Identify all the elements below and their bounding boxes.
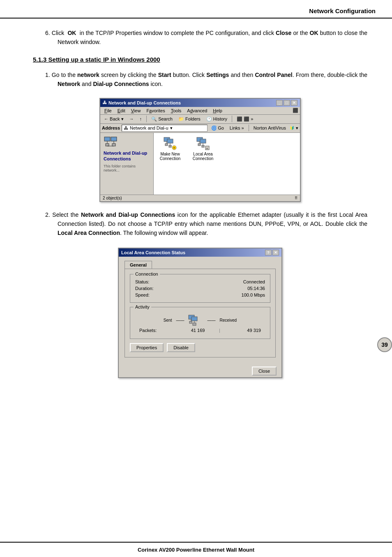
page-title: Network Configuration [309,7,376,14]
go-button[interactable]: 🌀 Go [209,125,226,132]
norton-icon: 🔰 [290,126,294,130]
address-text: Network and Dial-u [130,125,168,130]
dialog-title-bar: 🖧 Network and Dial-up Connections _ □ ✕ [100,99,300,107]
address-dropdown[interactable]: ▾ [170,125,173,131]
left-panel-desc: This folder contains network... [104,164,150,172]
object-count: 2 object(s) [103,196,122,200]
dialog-title-icon: 🖧 [103,100,107,105]
sent-label: Sent [164,318,172,323]
menu-bar: File Edit View Favorites Tools Advanced … [100,107,300,115]
duration-row: Duration: 05:14:36 [135,286,265,291]
toolbar-sep-1 [146,116,147,122]
svg-rect-1 [111,137,117,141]
close-button[interactable]: ✕ [291,100,297,106]
lac-help-button[interactable]: ? [265,250,272,255]
packets-row: Packets: 41 169 | 49 319 [135,328,265,333]
dialog-content: Network and Dial-up Connections This fol… [100,133,300,195]
step-6-text: 6. Click OK in the TCP/IP Properties win… [45,28,367,47]
page-number-tab: 39 [377,337,392,352]
lac-title-controls[interactable]: ? ✕ [265,250,279,255]
activity-group-title: Activity [134,304,151,309]
forward-button[interactable]: → [127,116,136,122]
make-new-connection-icon[interactable]: + Make NewConnection [158,137,182,161]
duration-value: 05:14:36 [247,286,265,291]
minimize-button[interactable]: _ [276,100,283,106]
packets-sep: | [219,328,220,333]
links-button[interactable]: Links » [228,125,246,131]
speed-row: Speed: 100.0 Mbps [135,292,265,297]
up-button[interactable]: ↑ [138,116,144,122]
lac-tab-content: Connection Status: Connected Duration: 0… [125,269,276,357]
menu-help[interactable]: Help [210,108,225,114]
resize-grip: ⠿ [295,196,297,200]
network-icon-svg [104,136,118,149]
page-footer: Corinex AV200 Powerline Ethernet Wall Mo… [0,542,392,557]
make-new-connection-label: Make NewConnection [160,152,181,161]
make-new-icon-svg: + [164,137,177,150]
norton-dropdown[interactable]: ▾ [296,125,298,131]
menu-edit[interactable]: Edit [115,108,128,114]
folders-button[interactable]: 📁 Folders [176,116,203,123]
speed-label: Speed: [135,292,150,297]
properties-button[interactable]: Properties [130,343,164,352]
svg-rect-16 [200,139,206,143]
history-button[interactable]: 🕐 History [204,116,229,123]
connection-group-title: Connection [134,272,160,276]
page-header: Network Configuration [0,0,392,19]
lac-close-row: Close [119,363,281,377]
toolbar-sep-2 [232,116,232,122]
left-panel-icons [104,136,118,149]
svg-rect-0 [104,137,110,141]
step-1-block: 1. Go to the network screen by clicking … [33,70,367,89]
search-button[interactable]: 🔍 Search [149,116,175,123]
toolbar-extra[interactable]: ⬛ ⬛ » [235,116,255,123]
lac-close-button[interactable]: Close [252,367,277,376]
menu-right-icon: ⬛ [293,108,298,114]
activity-area: Sent —— —— [135,311,265,335]
tab-general[interactable]: General [125,261,152,269]
lac-title-bar: Local Area Connection Status ? ✕ [119,248,281,257]
svg-rect-3 [106,144,109,146]
step-2-text: 2. Select the Network and Dial-up Connec… [45,210,367,238]
dialog-title-text: Network and Dial-up Connections [108,100,181,105]
disable-button[interactable]: Disable [167,343,195,352]
left-panel: Network and Dial-up Connections This fol… [100,133,154,195]
received-label: Received [219,318,237,323]
status-value: Connected [243,279,265,284]
status-label: Status: [135,279,149,284]
title-bar-left: 🖧 Network and Dial-up Connections [103,100,181,105]
svg-rect-10 [165,144,168,146]
activity-group: Activity Sent —— [130,307,270,339]
svg-text:+: + [173,146,175,150]
status-bar: 2 object(s) ⠿ [100,195,300,201]
menu-advanced[interactable]: Advanced [184,108,210,114]
activity-sep-left: —— [176,318,184,323]
step-1-text: 1. Go to the network screen by clicking … [45,70,367,89]
packets-sent: 41 169 [178,328,217,333]
menu-file[interactable]: File [102,108,114,114]
back-button[interactable]: ← Back ▾ [102,116,126,123]
address-field[interactable]: 🖧 Network and Dial-u ▾ [122,125,208,132]
menu-view[interactable]: View [129,108,143,114]
menu-favorites[interactable]: Favorites [144,108,167,114]
norton-button[interactable]: Norton AntiVirus [251,125,288,131]
svg-rect-27 [189,321,192,323]
speed-value: 100.0 Mbps [242,292,265,297]
menu-tools[interactable]: Tools [168,108,184,114]
go-icon: 🌀 [211,125,217,131]
main-content: 6. Click OK in the TCP/IP Properties win… [0,19,392,403]
maximize-button[interactable]: □ [284,100,290,106]
svg-rect-20 [202,145,204,147]
svg-rect-25 [191,317,197,321]
address-sep [249,125,249,131]
lac-close-x-button[interactable]: ✕ [272,250,279,255]
svg-rect-29 [193,323,196,325]
title-controls[interactable]: _ □ ✕ [276,100,297,106]
lac-title-text: Local Area Connection Status [121,250,185,255]
local-area-connection-label: Local AreaConnection [193,152,214,161]
local-area-icon-svg [196,137,210,150]
network-dialup-dialog: 🖧 Network and Dial-up Connections _ □ ✕ … [99,98,301,202]
local-area-connection-icon[interactable]: Local AreaConnection [191,137,215,161]
address-icon: 🖧 [124,125,128,130]
packets-label: Packets: [139,328,178,333]
